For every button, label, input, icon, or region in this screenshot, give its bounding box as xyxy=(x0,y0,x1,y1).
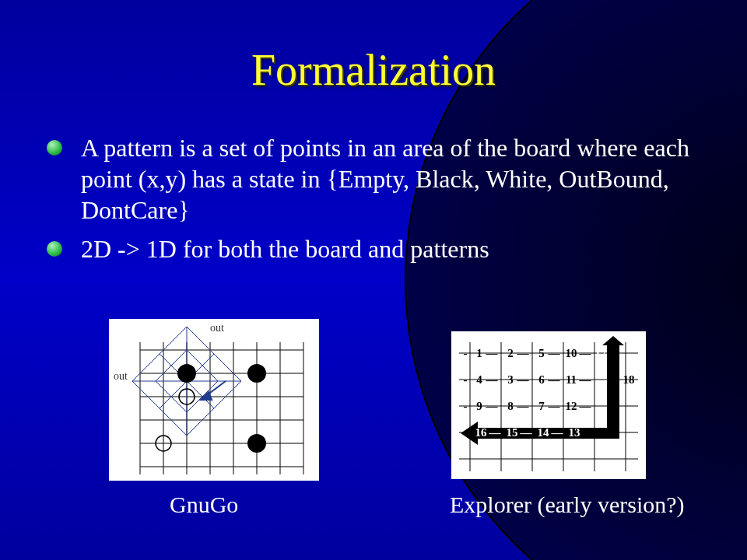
svg-text:out: out xyxy=(210,322,224,334)
svg-text:—: — xyxy=(579,400,592,412)
svg-text:4: 4 xyxy=(476,373,482,386)
svg-text:—: — xyxy=(486,373,499,386)
bullet-text: 2D -> 1D for both the board and patterns xyxy=(81,235,489,263)
svg-text:—: — xyxy=(579,373,592,386)
svg-rect-42 xyxy=(607,345,619,437)
svg-text:8: 8 xyxy=(507,400,514,412)
bullet-text: A pattern is a set of points in an area … xyxy=(81,134,689,224)
gnugo-diagram-icon: out out xyxy=(109,319,319,481)
figures-row: out out xyxy=(0,319,747,521)
svg-text:—: — xyxy=(517,373,530,386)
svg-text:6: 6 xyxy=(538,373,545,386)
svg-text:7: 7 xyxy=(538,400,545,412)
svg-text:—: — xyxy=(579,347,592,359)
svg-point-26 xyxy=(247,364,266,383)
svg-text:2: 2 xyxy=(507,347,514,359)
bullet-item: A pattern is a set of points in an area … xyxy=(47,132,700,226)
svg-point-25 xyxy=(177,364,196,383)
svg-text:—: — xyxy=(517,400,530,412)
svg-text:-: - xyxy=(464,373,468,386)
svg-text:16: 16 xyxy=(475,426,488,439)
svg-text:1: 1 xyxy=(476,347,482,359)
bullet-list: A pattern is a set of points in an area … xyxy=(47,132,700,264)
bullet-item: 2D -> 1D for both the board and patterns xyxy=(47,233,700,264)
svg-text:12: 12 xyxy=(566,400,577,412)
svg-text:—: — xyxy=(489,426,502,439)
figure-caption-explorer: Explorer (early version?) xyxy=(450,492,685,518)
svg-text:11: 11 xyxy=(566,373,577,386)
slide-title: Formalization xyxy=(0,45,747,95)
svg-text:-: - xyxy=(464,347,468,359)
svg-text:—: — xyxy=(486,347,499,359)
svg-text:—: — xyxy=(520,426,533,439)
svg-text:—: — xyxy=(517,347,530,359)
svg-text:15: 15 xyxy=(507,426,518,439)
svg-text:—: — xyxy=(548,373,561,386)
svg-text:—: — xyxy=(486,400,499,412)
svg-text:10: 10 xyxy=(566,347,577,359)
slide: Formalization A pattern is a set of poin… xyxy=(0,0,747,560)
svg-text:out: out xyxy=(114,370,128,382)
svg-text:9: 9 xyxy=(476,400,482,412)
svg-text:18: 18 xyxy=(623,373,635,386)
svg-text:—: — xyxy=(548,400,561,412)
svg-text:5: 5 xyxy=(538,347,545,359)
explorer-diagram-icon: - 1 — 2 — 5 — 10 — 17 - 4 — 3 — 6 xyxy=(454,334,643,476)
svg-text:—: — xyxy=(551,426,564,439)
slide-body: A pattern is a set of points in an area … xyxy=(47,132,700,272)
svg-text:3: 3 xyxy=(507,373,514,386)
svg-point-27 xyxy=(247,434,266,453)
svg-text:13: 13 xyxy=(569,426,580,439)
svg-text:-: - xyxy=(464,400,468,412)
svg-text:—: — xyxy=(548,347,561,359)
figure-explorer: - 1 — 2 — 5 — 10 — 17 - 4 — 3 — 6 xyxy=(451,331,646,479)
figure-gnugo: out out xyxy=(109,319,319,481)
figure-caption-gnugo: GnuGo xyxy=(170,492,238,518)
svg-text:17: 17 xyxy=(595,347,608,359)
svg-text:14: 14 xyxy=(538,426,550,439)
